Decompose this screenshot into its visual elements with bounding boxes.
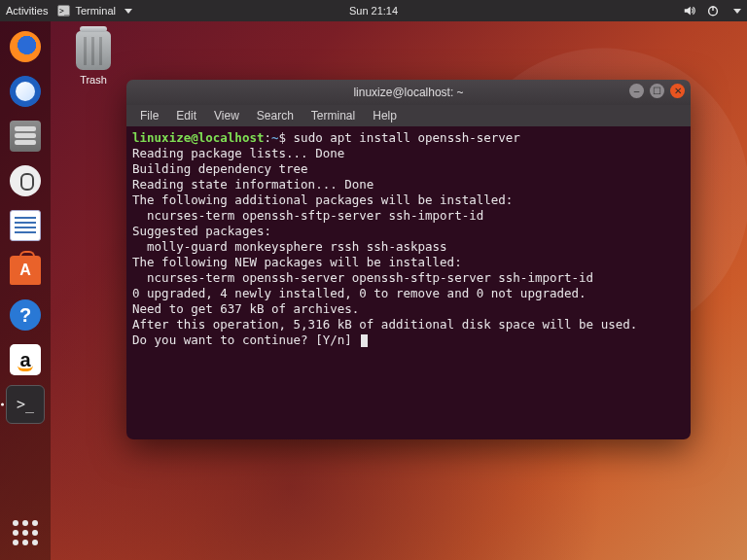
terminal-line: Reading package lists... Done xyxy=(132,146,344,160)
terminal-line: Do you want to continue? [Y/n] xyxy=(132,332,359,347)
power-icon[interactable] xyxy=(706,4,720,18)
dock-app-software[interactable] xyxy=(6,251,45,290)
app-menu[interactable]: >_ Terminal xyxy=(57,5,132,17)
app-menu-label: Terminal xyxy=(75,5,116,17)
terminal-line: After this operation, 5,316 kB of additi… xyxy=(132,317,637,332)
launcher-dock: ? a >_ xyxy=(0,21,51,560)
dock-app-amazon[interactable]: a xyxy=(6,340,45,379)
window-minimize-button[interactable]: – xyxy=(629,84,644,98)
menu-search[interactable]: Search xyxy=(253,107,298,124)
menu-terminal[interactable]: Terminal xyxy=(307,107,359,124)
terminal-line: ncurses-term openssh-server openssh-sftp… xyxy=(132,270,593,285)
writer-icon xyxy=(10,210,41,241)
menu-view[interactable]: View xyxy=(210,107,243,124)
menu-edit[interactable]: Edit xyxy=(172,107,200,124)
terminal-line: Reading state information... Done xyxy=(132,177,374,192)
menu-file[interactable]: File xyxy=(136,107,162,124)
terminal-line: Suggested packages: xyxy=(132,224,271,238)
activities-button[interactable]: Activities xyxy=(6,5,48,17)
chevron-down-icon xyxy=(124,9,132,14)
dock-app-firefox[interactable] xyxy=(6,27,45,66)
window-title: linuxize@localhost: ~ xyxy=(353,86,463,99)
rhythmbox-icon xyxy=(10,165,41,196)
prompt-separator: : xyxy=(264,130,271,145)
firefox-icon xyxy=(10,31,41,62)
terminal-line: Building dependency tree xyxy=(132,161,308,176)
software-icon xyxy=(10,256,41,285)
window-maximize-button[interactable]: ☐ xyxy=(650,84,664,98)
trash-icon xyxy=(76,31,111,70)
amazon-icon: a xyxy=(10,344,41,375)
terminal-line: The following NEW packages will be insta… xyxy=(132,255,462,269)
dock-app-writer[interactable] xyxy=(6,206,45,245)
clock[interactable]: Sun 21:14 xyxy=(349,5,398,17)
gnome-top-bar: Activities >_ Terminal Sun 21:14 xyxy=(0,0,747,21)
dock-app-help[interactable]: ? xyxy=(6,296,45,334)
desktop-icon-label: Trash xyxy=(76,74,111,86)
dock-app-files[interactable] xyxy=(6,117,45,156)
terminal-body[interactable]: linuxize@localhost:~$ sudo apt install o… xyxy=(126,126,691,439)
dock-app-thunderbird[interactable] xyxy=(6,72,45,111)
desktop-icon-trash[interactable]: Trash xyxy=(76,31,111,86)
prompt-user-host: linuxize@localhost xyxy=(132,130,264,145)
terminal-line: molly-guard monkeysphere rssh ssh-askpas… xyxy=(132,239,447,254)
terminal-icon: >_ xyxy=(57,5,70,17)
window-titlebar[interactable]: linuxize@localhost: ~ – ☐ ✕ xyxy=(126,80,691,105)
prompt-path: ~ xyxy=(271,130,279,145)
prompt-suffix: $ xyxy=(279,130,294,145)
terminal-line: The following additional packages will b… xyxy=(132,192,513,207)
terminal-window: linuxize@localhost: ~ – ☐ ✕ File Edit Vi… xyxy=(126,80,691,439)
terminal-menubar: File Edit View Search Terminal Help xyxy=(126,105,691,126)
show-applications-button[interactable] xyxy=(6,513,45,552)
help-icon: ? xyxy=(10,299,41,331)
terminal-line: 0 upgraded, 4 newly installed, 0 to remo… xyxy=(132,286,587,300)
files-icon xyxy=(10,121,41,152)
volume-icon[interactable] xyxy=(683,4,696,18)
window-close-button[interactable]: ✕ xyxy=(670,84,685,98)
terminal-cursor xyxy=(361,334,368,347)
terminal-icon: >_ xyxy=(6,385,45,424)
dock-app-rhythmbox[interactable] xyxy=(6,161,45,200)
thunderbird-icon xyxy=(10,76,41,107)
dock-app-terminal[interactable]: >_ xyxy=(6,385,45,424)
menu-help[interactable]: Help xyxy=(369,107,401,124)
entered-command: sudo apt install openssh-server xyxy=(294,130,520,145)
system-menu-chevron-icon[interactable] xyxy=(733,9,741,14)
terminal-line: ncurses-term openssh-sftp-server ssh-imp… xyxy=(132,208,483,223)
terminal-line: Need to get 637 kB of archives. xyxy=(132,301,359,316)
